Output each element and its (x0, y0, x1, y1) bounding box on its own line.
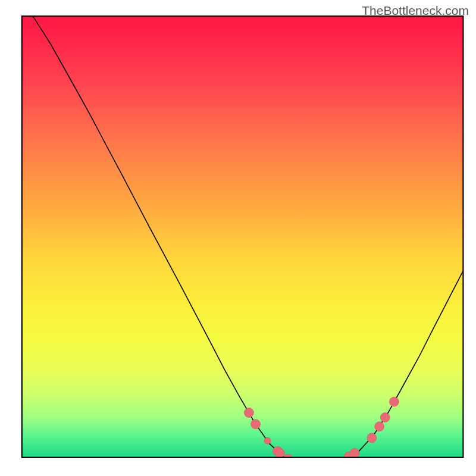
data-marker (312, 459, 321, 469)
data-marker (350, 449, 359, 458)
data-marker (367, 433, 377, 443)
data-marker (319, 459, 328, 469)
data-marker (283, 454, 293, 464)
data-marker (301, 459, 311, 468)
data-marker (380, 413, 390, 422)
data-marker (251, 419, 261, 429)
watermark-text: TheBottleneck.com (362, 4, 469, 18)
bottleneck-chart (0, 0, 476, 476)
data-marker (295, 458, 304, 468)
chart-container: TheBottleneck.com (0, 0, 476, 476)
data-marker (333, 458, 342, 467)
data-marker (375, 422, 384, 431)
data-marker (244, 408, 253, 418)
gradient-background (22, 16, 464, 458)
data-marker (264, 437, 271, 444)
data-marker (389, 397, 399, 406)
data-marker (275, 449, 284, 458)
